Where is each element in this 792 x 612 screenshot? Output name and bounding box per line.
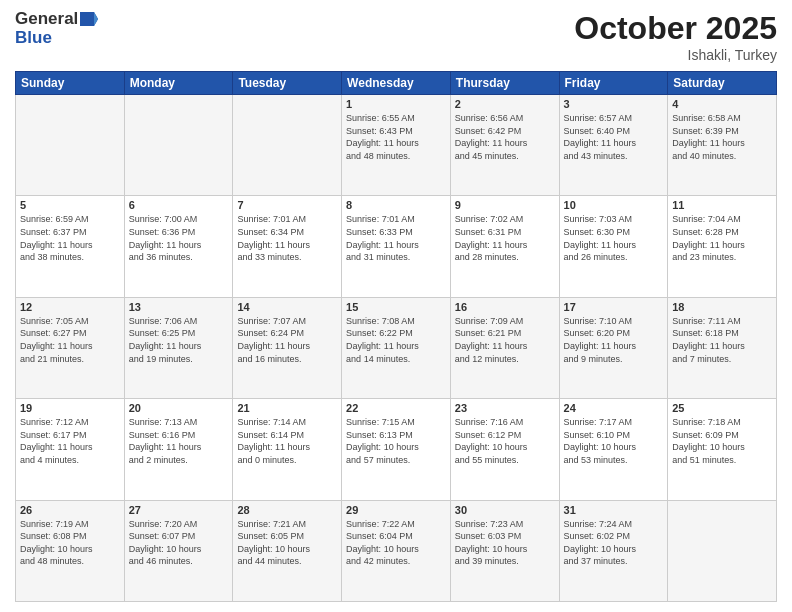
logo: General Blue bbox=[15, 10, 98, 47]
day-info: Sunrise: 6:55 AM Sunset: 6:43 PM Dayligh… bbox=[346, 112, 446, 162]
calendar-week-row: 5Sunrise: 6:59 AM Sunset: 6:37 PM Daylig… bbox=[16, 196, 777, 297]
table-row: 18Sunrise: 7:11 AM Sunset: 6:18 PM Dayli… bbox=[668, 297, 777, 398]
logo-line1: General bbox=[15, 10, 98, 29]
table-row: 6Sunrise: 7:00 AM Sunset: 6:36 PM Daylig… bbox=[124, 196, 233, 297]
day-info: Sunrise: 7:16 AM Sunset: 6:12 PM Dayligh… bbox=[455, 416, 555, 466]
table-row: 5Sunrise: 6:59 AM Sunset: 6:37 PM Daylig… bbox=[16, 196, 125, 297]
table-row: 31Sunrise: 7:24 AM Sunset: 6:02 PM Dayli… bbox=[559, 500, 668, 601]
day-info: Sunrise: 7:06 AM Sunset: 6:25 PM Dayligh… bbox=[129, 315, 229, 365]
day-number: 8 bbox=[346, 199, 446, 211]
col-sunday: Sunday bbox=[16, 72, 125, 95]
table-row: 24Sunrise: 7:17 AM Sunset: 6:10 PM Dayli… bbox=[559, 399, 668, 500]
day-number: 12 bbox=[20, 301, 120, 313]
day-number: 25 bbox=[672, 402, 772, 414]
day-info: Sunrise: 7:13 AM Sunset: 6:16 PM Dayligh… bbox=[129, 416, 229, 466]
table-row: 9Sunrise: 7:02 AM Sunset: 6:31 PM Daylig… bbox=[450, 196, 559, 297]
table-row: 12Sunrise: 7:05 AM Sunset: 6:27 PM Dayli… bbox=[16, 297, 125, 398]
day-info: Sunrise: 7:03 AM Sunset: 6:30 PM Dayligh… bbox=[564, 213, 664, 263]
day-number: 9 bbox=[455, 199, 555, 211]
day-number: 18 bbox=[672, 301, 772, 313]
day-number: 2 bbox=[455, 98, 555, 110]
table-row: 2Sunrise: 6:56 AM Sunset: 6:42 PM Daylig… bbox=[450, 95, 559, 196]
day-number: 27 bbox=[129, 504, 229, 516]
day-info: Sunrise: 7:07 AM Sunset: 6:24 PM Dayligh… bbox=[237, 315, 337, 365]
day-info: Sunrise: 7:11 AM Sunset: 6:18 PM Dayligh… bbox=[672, 315, 772, 365]
month-title: October 2025 bbox=[574, 10, 777, 47]
day-info: Sunrise: 7:10 AM Sunset: 6:20 PM Dayligh… bbox=[564, 315, 664, 365]
logo-blue: Blue bbox=[15, 29, 98, 48]
col-tuesday: Tuesday bbox=[233, 72, 342, 95]
day-info: Sunrise: 6:56 AM Sunset: 6:42 PM Dayligh… bbox=[455, 112, 555, 162]
day-info: Sunrise: 7:18 AM Sunset: 6:09 PM Dayligh… bbox=[672, 416, 772, 466]
svg-marker-1 bbox=[94, 12, 98, 26]
table-row: 25Sunrise: 7:18 AM Sunset: 6:09 PM Dayli… bbox=[668, 399, 777, 500]
day-number: 14 bbox=[237, 301, 337, 313]
table-row: 29Sunrise: 7:22 AM Sunset: 6:04 PM Dayli… bbox=[342, 500, 451, 601]
day-number: 1 bbox=[346, 98, 446, 110]
calendar-week-row: 19Sunrise: 7:12 AM Sunset: 6:17 PM Dayli… bbox=[16, 399, 777, 500]
day-number: 7 bbox=[237, 199, 337, 211]
day-number: 22 bbox=[346, 402, 446, 414]
day-number: 24 bbox=[564, 402, 664, 414]
table-row: 8Sunrise: 7:01 AM Sunset: 6:33 PM Daylig… bbox=[342, 196, 451, 297]
logo-flag-icon bbox=[80, 12, 98, 26]
header: General Blue October 2025 Ishakli, Turke… bbox=[15, 10, 777, 63]
day-number: 28 bbox=[237, 504, 337, 516]
calendar-week-row: 1Sunrise: 6:55 AM Sunset: 6:43 PM Daylig… bbox=[16, 95, 777, 196]
day-number: 17 bbox=[564, 301, 664, 313]
day-number: 21 bbox=[237, 402, 337, 414]
day-info: Sunrise: 6:57 AM Sunset: 6:40 PM Dayligh… bbox=[564, 112, 664, 162]
day-number: 4 bbox=[672, 98, 772, 110]
logo-general: General bbox=[15, 10, 78, 29]
table-row: 30Sunrise: 7:23 AM Sunset: 6:03 PM Dayli… bbox=[450, 500, 559, 601]
day-number: 5 bbox=[20, 199, 120, 211]
day-number: 20 bbox=[129, 402, 229, 414]
table-row: 14Sunrise: 7:07 AM Sunset: 6:24 PM Dayli… bbox=[233, 297, 342, 398]
table-row: 13Sunrise: 7:06 AM Sunset: 6:25 PM Dayli… bbox=[124, 297, 233, 398]
day-number: 31 bbox=[564, 504, 664, 516]
calendar-week-row: 12Sunrise: 7:05 AM Sunset: 6:27 PM Dayli… bbox=[16, 297, 777, 398]
day-info: Sunrise: 7:23 AM Sunset: 6:03 PM Dayligh… bbox=[455, 518, 555, 568]
table-row: 27Sunrise: 7:20 AM Sunset: 6:07 PM Dayli… bbox=[124, 500, 233, 601]
day-number: 10 bbox=[564, 199, 664, 211]
table-row: 22Sunrise: 7:15 AM Sunset: 6:13 PM Dayli… bbox=[342, 399, 451, 500]
day-info: Sunrise: 7:24 AM Sunset: 6:02 PM Dayligh… bbox=[564, 518, 664, 568]
logo-text-block: General Blue bbox=[15, 10, 98, 47]
table-row: 16Sunrise: 7:09 AM Sunset: 6:21 PM Dayli… bbox=[450, 297, 559, 398]
table-row: 4Sunrise: 6:58 AM Sunset: 6:39 PM Daylig… bbox=[668, 95, 777, 196]
day-info: Sunrise: 7:14 AM Sunset: 6:14 PM Dayligh… bbox=[237, 416, 337, 466]
day-number: 13 bbox=[129, 301, 229, 313]
day-number: 15 bbox=[346, 301, 446, 313]
table-row: 17Sunrise: 7:10 AM Sunset: 6:20 PM Dayli… bbox=[559, 297, 668, 398]
table-row: 26Sunrise: 7:19 AM Sunset: 6:08 PM Dayli… bbox=[16, 500, 125, 601]
table-row bbox=[124, 95, 233, 196]
day-info: Sunrise: 7:01 AM Sunset: 6:34 PM Dayligh… bbox=[237, 213, 337, 263]
table-row: 23Sunrise: 7:16 AM Sunset: 6:12 PM Dayli… bbox=[450, 399, 559, 500]
col-thursday: Thursday bbox=[450, 72, 559, 95]
calendar-week-row: 26Sunrise: 7:19 AM Sunset: 6:08 PM Dayli… bbox=[16, 500, 777, 601]
day-info: Sunrise: 7:04 AM Sunset: 6:28 PM Dayligh… bbox=[672, 213, 772, 263]
calendar-header-row: Sunday Monday Tuesday Wednesday Thursday… bbox=[16, 72, 777, 95]
day-info: Sunrise: 6:58 AM Sunset: 6:39 PM Dayligh… bbox=[672, 112, 772, 162]
table-row bbox=[16, 95, 125, 196]
calendar-table: Sunday Monday Tuesday Wednesday Thursday… bbox=[15, 71, 777, 602]
title-block: October 2025 Ishakli, Turkey bbox=[574, 10, 777, 63]
table-row: 3Sunrise: 6:57 AM Sunset: 6:40 PM Daylig… bbox=[559, 95, 668, 196]
table-row: 20Sunrise: 7:13 AM Sunset: 6:16 PM Dayli… bbox=[124, 399, 233, 500]
day-number: 3 bbox=[564, 98, 664, 110]
day-info: Sunrise: 7:21 AM Sunset: 6:05 PM Dayligh… bbox=[237, 518, 337, 568]
day-number: 26 bbox=[20, 504, 120, 516]
day-info: Sunrise: 7:22 AM Sunset: 6:04 PM Dayligh… bbox=[346, 518, 446, 568]
table-row: 11Sunrise: 7:04 AM Sunset: 6:28 PM Dayli… bbox=[668, 196, 777, 297]
location: Ishakli, Turkey bbox=[574, 47, 777, 63]
day-info: Sunrise: 7:02 AM Sunset: 6:31 PM Dayligh… bbox=[455, 213, 555, 263]
day-info: Sunrise: 7:05 AM Sunset: 6:27 PM Dayligh… bbox=[20, 315, 120, 365]
day-number: 23 bbox=[455, 402, 555, 414]
day-number: 16 bbox=[455, 301, 555, 313]
table-row bbox=[668, 500, 777, 601]
col-saturday: Saturday bbox=[668, 72, 777, 95]
day-info: Sunrise: 7:00 AM Sunset: 6:36 PM Dayligh… bbox=[129, 213, 229, 263]
table-row: 21Sunrise: 7:14 AM Sunset: 6:14 PM Dayli… bbox=[233, 399, 342, 500]
table-row: 28Sunrise: 7:21 AM Sunset: 6:05 PM Dayli… bbox=[233, 500, 342, 601]
day-number: 11 bbox=[672, 199, 772, 211]
